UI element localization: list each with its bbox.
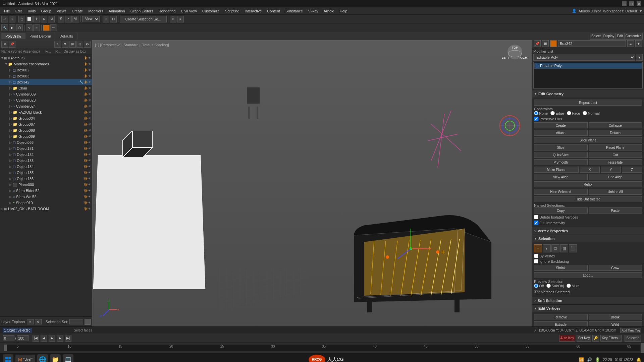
- expand-all-button[interactable]: ⊞: [69, 41, 76, 48]
- workspace-dropdown-icon[interactable]: ▼: [639, 9, 643, 13]
- pin-button[interactable]: 📌: [9, 41, 15, 48]
- list-item[interactable]: ▷ 📁 Group004 🔆👁: [0, 115, 92, 121]
- list-item[interactable]: ▷ ◻ Object186 🔆👁: [0, 176, 92, 182]
- create-button[interactable]: Create: [534, 122, 588, 128]
- hide-unselected-button[interactable]: Hide Unselected: [534, 196, 642, 202]
- frame-start-input[interactable]: [3, 335, 14, 341]
- list-item[interactable]: ▷ ⬛ Plane000 🔆👁: [0, 182, 92, 188]
- list-item[interactable]: ▷ ◻ Box003 🔆👁: [0, 73, 92, 79]
- edit-geometry-header[interactable]: ▼ Edit Geometry: [532, 90, 644, 98]
- list-item[interactable]: ▷ 📁 Group069 🔆👁: [0, 133, 92, 139]
- color-swatch[interactable]: [85, 319, 91, 325]
- collapse-all-button[interactable]: ⊟: [76, 41, 83, 48]
- add-time-tag-button[interactable]: Add Time Tag: [620, 328, 641, 333]
- customize-tab[interactable]: Customize: [624, 33, 643, 40]
- menu-views[interactable]: Views: [54, 8, 69, 14]
- constraint-face[interactable]: Face: [567, 111, 580, 115]
- full-interactivity-checkbox[interactable]: Full Interactivity: [534, 221, 642, 225]
- start-button[interactable]: [3, 354, 13, 362]
- list-item[interactable]: ▷ ◻ Object183 🔆👁: [0, 158, 92, 164]
- slice-plane-button[interactable]: Slice Plane: [534, 137, 642, 143]
- options-button[interactable]: ⚙: [84, 41, 91, 48]
- rotate-button[interactable]: ↻: [41, 16, 47, 22]
- key-filters-button[interactable]: Key Filters...: [600, 335, 622, 342]
- list-item[interactable]: ▷ ○ Cylinder023 🔆👁: [0, 97, 92, 103]
- viewport-dropdown[interactable]: View: [82, 16, 100, 22]
- list-item[interactable]: ▷ 📁 Group068 🔆👁: [0, 127, 92, 133]
- constraint-normal[interactable]: Normal: [583, 111, 599, 115]
- nav-cube[interactable]: TOP LEFT RIGHT: [501, 44, 528, 70]
- select-region-button[interactable]: ⬜: [26, 16, 33, 22]
- modifier-dropdown-btn[interactable]: ▼: [636, 54, 643, 61]
- pin-modifier-button[interactable]: 📌: [534, 40, 541, 47]
- modifier-list-dropdown[interactable]: Editable Poly: [533, 54, 635, 61]
- edit-vertices-header[interactable]: ▼ Edit Vertices: [532, 305, 644, 312]
- menu-customize[interactable]: Customize: [200, 8, 222, 14]
- snap-toggle[interactable]: S: [58, 16, 64, 22]
- curve-editor[interactable]: ∿: [26, 24, 33, 31]
- menu-animation[interactable]: Animation: [106, 8, 128, 14]
- paint-brush[interactable]: ✏: [50, 24, 57, 31]
- list-item[interactable]: ▷ ◻ Object181 🔆👁: [0, 145, 92, 152]
- menu-create[interactable]: Create: [69, 8, 86, 14]
- reset-plane-button[interactable]: Reset Plane: [589, 144, 642, 150]
- display-tab[interactable]: Display: [602, 33, 616, 40]
- set-key-action-button[interactable]: 🔑: [592, 335, 599, 342]
- z-button[interactable]: Z: [622, 167, 642, 173]
- minimize-button[interactable]: —: [622, 1, 627, 6]
- preserve-uvs-checkbox[interactable]: Preserve UVs: [534, 117, 642, 121]
- close-explorer-button[interactable]: ✕: [1, 41, 8, 48]
- material-editor[interactable]: ⬡: [16, 24, 23, 31]
- constraint-edge[interactable]: Edge: [550, 111, 564, 115]
- tab-defaults[interactable]: Defaults: [55, 33, 77, 39]
- sound-icon[interactable]: 🔊: [587, 357, 592, 362]
- list-item[interactable]: ▷ ◻ Box002 🔆👁: [0, 67, 92, 73]
- edit-tab[interactable]: Edit: [616, 33, 624, 40]
- by-vertex-checkbox[interactable]: By Vertex: [534, 254, 642, 258]
- dope-sheet[interactable]: ≈: [33, 24, 40, 31]
- percent-snap[interactable]: %: [72, 16, 79, 22]
- list-item[interactable]: ▷ 📁 FAZIOLI black 🔆👁: [0, 109, 92, 115]
- auto-key-button[interactable]: Auto Key: [559, 335, 576, 342]
- layer-list-button[interactable]: ≡: [27, 319, 34, 324]
- menu-rendering[interactable]: Rendering: [156, 8, 178, 14]
- folder-icon[interactable]: 📁: [50, 354, 61, 362]
- list-item[interactable]: ▷ 📁 Chair 🔆👁: [0, 85, 92, 91]
- relax-button[interactable]: Relax: [534, 181, 642, 187]
- menu-civil-view[interactable]: Civil View: [178, 8, 199, 14]
- layer-manager[interactable]: ⊕: [170, 16, 176, 22]
- mirror-button[interactable]: ⊞: [103, 16, 109, 22]
- menu-help[interactable]: Help: [337, 8, 350, 14]
- selection-header[interactable]: ▼ Selection: [532, 235, 644, 242]
- element-mode-button[interactable]: ⬛: [569, 244, 577, 252]
- selection-set-input[interactable]: [69, 319, 83, 324]
- terminal-icon[interactable]: 💻: [63, 354, 73, 362]
- frame-end-input[interactable]: [17, 335, 29, 341]
- list-item[interactable]: ▷ ◻ Object185 🔆👁: [0, 170, 92, 176]
- modifier-item-editable-poly[interactable]: ◻ Editable Poly: [534, 63, 642, 69]
- render-setup[interactable]: 🔧: [1, 24, 8, 31]
- edge-mode-button[interactable]: /: [543, 244, 551, 252]
- collapse-button[interactable]: Collapse: [589, 122, 642, 128]
- maximize-button[interactable]: □: [629, 1, 634, 6]
- preview-subobj[interactable]: SubObj: [546, 284, 564, 288]
- menu-file[interactable]: File: [1, 8, 13, 14]
- menu-interactive[interactable]: Interactive: [242, 8, 265, 14]
- quickslice-button[interactable]: QuickSlice: [534, 152, 588, 158]
- list-item[interactable]: ▷ 📁 Group067 🔆👁: [0, 121, 92, 127]
- repeat-last-button[interactable]: Repeat Last: [534, 100, 642, 106]
- list-item[interactable]: ▷ ◻ Object184 🔆👁: [0, 164, 92, 170]
- paste-button[interactable]: Paste: [589, 207, 642, 214]
- select-button[interactable]: ◻: [18, 16, 25, 22]
- vertex-mode-button[interactable]: ·: [534, 244, 542, 252]
- menu-vray[interactable]: V-Ray: [306, 8, 321, 14]
- ribbon-toggle[interactable]: ≡: [177, 16, 184, 22]
- list-item[interactable]: ▼ 📁 Modelos encontrados 🔆👁: [0, 61, 92, 67]
- set-key-button[interactable]: Set Key: [577, 335, 591, 342]
- render-button[interactable]: ▶: [9, 24, 15, 31]
- timeline-resize-handle[interactable]: [641, 343, 644, 353]
- grid-align-button[interactable]: Grid Align: [589, 174, 642, 180]
- next-key-button[interactable]: ▶|: [65, 335, 71, 342]
- extrude-button[interactable]: Extrude: [534, 321, 588, 326]
- detach-button[interactable]: Detach: [589, 130, 642, 136]
